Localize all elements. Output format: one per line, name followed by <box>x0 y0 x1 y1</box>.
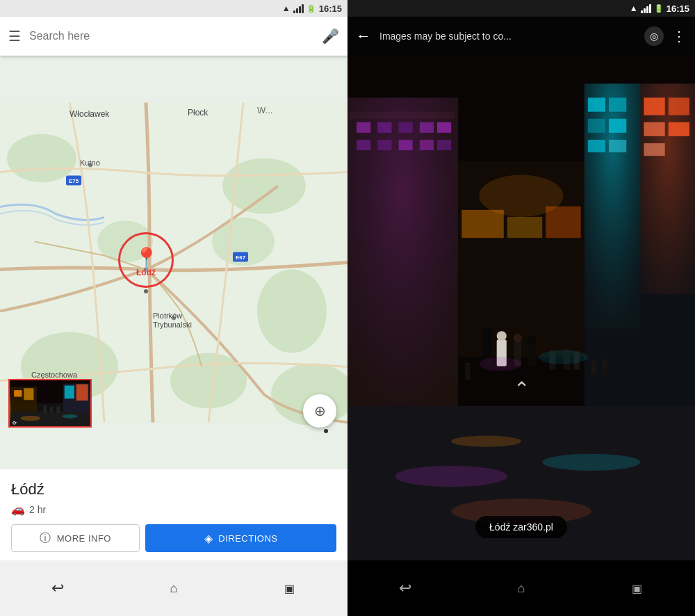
location-label: Łódź zar360.pl <box>475 516 567 538</box>
left-back-nav-button[interactable]: ↩ <box>37 567 79 609</box>
svg-rect-69 <box>588 140 605 152</box>
more-options-button[interactable]: ⋮ <box>672 28 687 44</box>
svg-rect-55 <box>461 210 504 238</box>
nav-bars-row: ↩ ⌂ ▣ ↩ ⌂ ▣ <box>0 560 695 616</box>
menu-icon[interactable]: ☰ <box>8 28 21 44</box>
svg-point-34 <box>62 414 78 419</box>
svg-point-74 <box>395 466 507 487</box>
svg-point-3 <box>257 270 327 353</box>
map-pin: 📍 <box>133 246 159 270</box>
left-screen: ▲ 🔋 16:15 ☰ 🎤 <box>0 0 348 560</box>
left-recents-nav-icon: ▣ <box>284 582 295 595</box>
svg-rect-67 <box>644 122 664 136</box>
marker-circle: 📍 Łódź <box>118 232 174 288</box>
svg-rect-56 <box>507 217 542 238</box>
more-info-button[interactable]: ⓘ MORE INFO <box>11 524 140 552</box>
svg-point-94 <box>539 350 588 364</box>
svg-point-81 <box>497 331 507 341</box>
navigation-arrow[interactable]: ⌃ <box>514 378 530 400</box>
travel-time: 🚗 2 hr <box>11 503 336 516</box>
marker-stem-dot <box>144 289 148 293</box>
right-screen: ▲ 🔋 16:15 ← Images may be subject to co.… <box>348 0 695 560</box>
location-marker[interactable]: 📍 Łódź <box>118 232 174 293</box>
svg-rect-37 <box>56 406 60 413</box>
place-actions: ⓘ MORE INFO ◈ DIRECTIONS <box>11 524 336 552</box>
compass-button[interactable]: ◎ <box>644 26 664 46</box>
svg-point-79 <box>482 327 493 338</box>
up-arrow-icon: ⌃ <box>514 378 530 400</box>
more-info-label: MORE INFO <box>57 533 111 544</box>
left-home-nav-icon: ⌂ <box>170 581 178 596</box>
svg-rect-63 <box>588 119 605 133</box>
svg-text:E67: E67 <box>236 254 246 261</box>
svg-text:W...: W... <box>257 105 272 115</box>
right-back-nav-button[interactable]: ↩ <box>384 567 426 609</box>
marker-label: Łódź <box>136 268 156 277</box>
place-name: Łódź <box>11 480 336 499</box>
svg-rect-36 <box>50 407 53 413</box>
right-status-bar: ▲ 🔋 16:15 <box>348 0 695 17</box>
svg-point-93 <box>480 357 522 371</box>
svg-rect-90 <box>602 359 607 375</box>
svg-text:⟳: ⟳ <box>13 421 17 425</box>
svg-text:Trybunalski: Trybunalski <box>153 321 192 329</box>
svg-rect-62 <box>609 98 626 112</box>
left-time: 16:15 <box>319 3 342 14</box>
directions-label: DIRECTIONS <box>218 533 277 544</box>
svg-rect-57 <box>546 206 580 238</box>
left-back-nav-icon: ↩ <box>51 579 64 597</box>
travel-duration: 2 hr <box>29 504 46 515</box>
right-recents-nav-icon: ▣ <box>632 582 642 595</box>
svg-text:Częstochowa: Częstochowa <box>31 371 78 379</box>
svg-rect-92 <box>465 363 470 380</box>
gps-icon: ⊕ <box>314 403 326 419</box>
svg-text:Kutno: Kutno <box>80 159 100 167</box>
svg-rect-52 <box>348 98 458 407</box>
right-signal-bars <box>641 3 651 13</box>
right-status-icons: ▲ 🔋 16:15 <box>630 3 689 14</box>
right-nav-bar: ↩ ⌂ ▣ <box>348 560 695 616</box>
sv-toolbar-title: Images may be subject to co... <box>379 31 636 42</box>
svg-rect-70 <box>609 140 626 152</box>
directions-button[interactable]: ◈ DIRECTIONS <box>145 524 336 552</box>
svg-text:E75: E75 <box>69 178 79 184</box>
back-button[interactable]: ← <box>356 27 371 45</box>
mic-icon[interactable]: 🎤 <box>322 28 339 44</box>
svg-rect-28 <box>24 388 33 400</box>
svg-rect-66 <box>669 98 689 115</box>
gps-dot <box>324 429 328 433</box>
svg-point-33 <box>21 416 40 421</box>
signal-bars <box>293 3 304 13</box>
svg-point-77 <box>451 436 521 447</box>
svg-rect-71 <box>644 143 664 156</box>
svg-text:Włocławek: Włocławek <box>70 109 110 119</box>
svg-point-1 <box>7 134 76 183</box>
svg-rect-30 <box>65 386 74 399</box>
svg-rect-64 <box>609 119 626 133</box>
left-home-nav-button[interactable]: ⌂ <box>153 567 195 609</box>
map-area[interactable]: E75 E67 Włocławek Płock Kutno Piotrków T… <box>0 56 348 469</box>
svg-text:Płock: Płock <box>188 108 208 117</box>
street-scene-svg <box>348 56 695 560</box>
info-circle-icon: ⓘ <box>40 531 51 546</box>
right-home-nav-button[interactable]: ⌂ <box>500 567 542 609</box>
gps-button[interactable]: ⊕ <box>303 394 336 428</box>
svg-rect-84 <box>528 343 536 366</box>
svg-rect-61 <box>588 98 605 112</box>
svg-point-75 <box>542 454 640 471</box>
street-view-thumbnail[interactable]: ⟳ <box>8 379 92 428</box>
left-recents-nav-button[interactable]: ▣ <box>269 567 311 609</box>
svg-rect-91 <box>451 364 457 380</box>
right-battery-icon: 🔋 <box>654 4 664 13</box>
svg-rect-65 <box>644 98 664 115</box>
svg-rect-31 <box>76 384 88 401</box>
svg-rect-35 <box>44 405 47 413</box>
wifi-icon: ▲ <box>282 3 291 13</box>
street-view-image[interactable]: ⌃ Łódź zar360.pl <box>348 56 695 560</box>
search-bar: ☰ 🎤 <box>0 17 348 56</box>
right-wifi-icon: ▲ <box>630 3 638 13</box>
svg-point-83 <box>514 334 522 342</box>
left-status-icons: ▲ 🔋 16:15 <box>282 3 342 14</box>
right-recents-nav-button[interactable]: ▣ <box>616 567 658 609</box>
search-input[interactable] <box>29 24 313 49</box>
